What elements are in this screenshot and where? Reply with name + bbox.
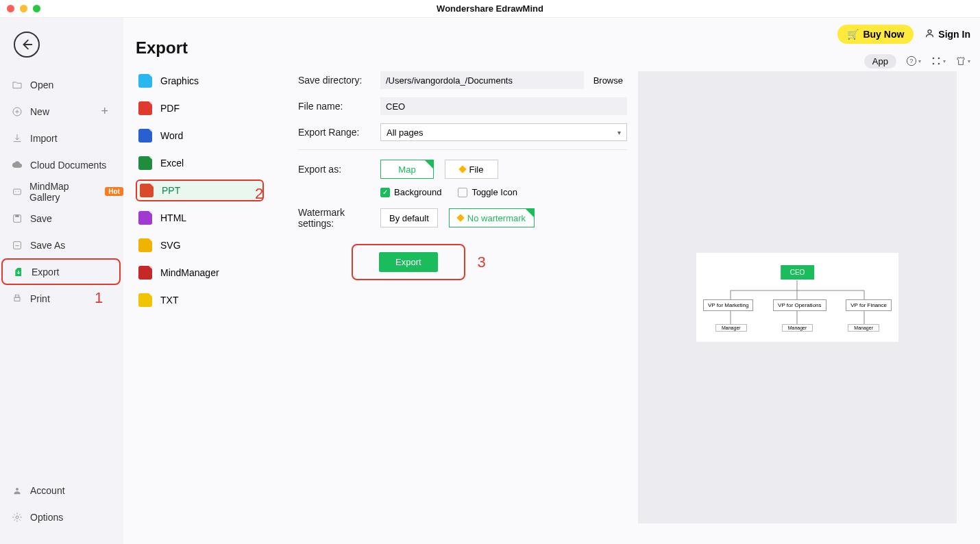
checkbox-unchecked-icon	[458, 188, 467, 197]
help-icon[interactable]: ? ▾	[906, 55, 921, 66]
account-icon	[11, 484, 23, 497]
watermark-default-button[interactable]: By default	[380, 208, 438, 227]
export-form: Save directory: Browse File name: Export…	[298, 71, 627, 280]
sidebar-item-save[interactable]: Save	[0, 205, 123, 232]
file-type-icon	[138, 211, 152, 225]
export-range-value: All pages	[387, 127, 423, 138]
export-button[interactable]: Export	[379, 252, 438, 272]
svg-point-2	[15, 190, 16, 191]
sidebar-item-import[interactable]: Import	[0, 125, 123, 151]
titlebar: Wondershare EdrawMind	[0, 0, 980, 18]
open-icon	[11, 79, 23, 91]
svg-rect-6	[14, 241, 21, 249]
close-window-icon[interactable]	[7, 5, 14, 12]
format-label: MindManager	[160, 267, 219, 278]
sidebar-item-options[interactable]: Options	[0, 504, 123, 530]
preview-chart: CEO VP for Marketing VP for Operations V…	[696, 253, 898, 342]
mindmap-gallery-icon	[11, 186, 23, 198]
new-icon	[11, 106, 23, 118]
svg-point-9	[16, 488, 19, 491]
svg-text:?: ?	[910, 58, 914, 64]
svg-point-3	[18, 190, 19, 191]
export-icon	[12, 266, 25, 278]
svg-point-15	[938, 58, 940, 60]
preview-panel: CEO VP for Marketing VP for Operations V…	[638, 71, 957, 523]
sidebar-item-label: Options	[30, 512, 63, 523]
file-type-icon	[138, 129, 152, 143]
org-box: VP for Marketing	[703, 299, 753, 311]
svg-rect-1	[13, 189, 21, 195]
sidebar-formats: Export GraphicsPDFWordExcelPPTHTMLSVGMin…	[123, 18, 271, 544]
sidebar-item-cloud-documents[interactable]: Cloud Documents	[0, 151, 123, 178]
format-label: Graphics	[160, 75, 199, 86]
format-item-txt[interactable]: TXT	[136, 289, 271, 311]
format-label: Word	[160, 130, 183, 141]
plus-icon[interactable]: +	[101, 104, 108, 119]
maximize-window-icon[interactable]	[33, 5, 40, 12]
checkbox-checked-icon: ✓	[380, 188, 390, 197]
format-item-excel[interactable]: Excel	[136, 152, 271, 174]
sidebar-item-open[interactable]: Open	[0, 71, 123, 98]
sidebar-item-label: Save As	[30, 240, 65, 251]
svg-point-10	[16, 516, 19, 519]
svg-rect-7	[14, 297, 20, 301]
org-box: VP for Finance	[846, 299, 892, 311]
export-range-select[interactable]: All pages	[380, 123, 627, 141]
save-dir-input[interactable]	[380, 71, 584, 89]
format-item-svg[interactable]: SVG	[136, 234, 271, 256]
watermark-label: Watermark settings:	[298, 207, 380, 229]
file-type-icon	[138, 293, 152, 307]
format-item-mindmanager[interactable]: MindManager	[136, 262, 271, 284]
file-type-icon	[138, 101, 152, 115]
toggle-icon-checkbox[interactable]: Toggle Icon	[458, 187, 517, 197]
export-as-map-button[interactable]: Map	[380, 160, 434, 179]
diamond-icon	[458, 165, 466, 173]
file-type-icon	[140, 184, 154, 197]
browse-button[interactable]: Browse	[589, 73, 627, 88]
toggle-icon-label: Toggle Icon	[471, 187, 517, 197]
sidebar-item-print[interactable]: Print	[0, 285, 123, 312]
export-button-highlight: Export	[352, 244, 465, 280]
sidebar-item-export[interactable]: Export	[1, 258, 121, 285]
format-item-graphics[interactable]: Graphics	[136, 70, 271, 92]
save-dir-label: Save directory:	[298, 75, 380, 86]
sidebar-item-label: Save	[30, 213, 52, 224]
export-as-file-button[interactable]: File	[445, 160, 498, 179]
org-small: Manager	[848, 324, 879, 332]
shirt-icon[interactable]: ▾	[955, 55, 970, 66]
export-range-label: Export Range:	[298, 127, 380, 138]
arrow-left-icon	[19, 37, 34, 52]
sidebar-item-new[interactable]: New+	[0, 98, 123, 125]
format-item-word[interactable]: Word	[136, 125, 271, 147]
app-chip[interactable]: App	[864, 54, 896, 69]
minimize-window-icon[interactable]	[20, 5, 27, 12]
sidebar-item-label: Cloud Documents	[30, 160, 106, 171]
org-box: VP for Operations	[773, 299, 826, 311]
org-small: Manager	[715, 324, 747, 332]
format-label: TXT	[160, 295, 178, 306]
diamond-icon	[456, 214, 464, 221]
save-icon	[11, 212, 23, 225]
format-item-html[interactable]: HTML	[136, 207, 271, 229]
format-label: PDF	[160, 103, 180, 114]
main-panel: 🛒 Buy Now Sign In App ? ▾ ▾ ▾	[271, 18, 980, 544]
format-item-ppt[interactable]: PPT	[136, 180, 264, 201]
sidebar-item-account[interactable]: Account	[0, 477, 123, 504]
grid-icon[interactable]: ▾	[931, 55, 946, 66]
sign-in-button[interactable]: Sign In	[924, 28, 970, 40]
wm-default-label: By default	[389, 213, 429, 223]
svg-point-17	[938, 63, 940, 65]
sidebar-item-label: MindMap Gallery	[29, 181, 98, 203]
buy-now-button[interactable]: 🛒 Buy Now	[837, 25, 914, 44]
svg-rect-8	[15, 295, 19, 297]
annotation-2: 2	[255, 185, 263, 203]
background-checkbox[interactable]: ✓ Background	[380, 187, 441, 197]
sidebar-item-save-as[interactable]: Save As	[0, 232, 123, 258]
format-item-pdf[interactable]: PDF	[136, 97, 271, 119]
print-icon	[11, 293, 23, 305]
file-name-input[interactable]	[380, 97, 627, 115]
sidebar-item-label: Open	[30, 79, 53, 90]
back-button[interactable]	[14, 32, 40, 58]
sidebar-item-mindmap-gallery[interactable]: MindMap GalleryHot	[0, 178, 123, 205]
watermark-none-button[interactable]: No wartermark	[449, 208, 535, 227]
